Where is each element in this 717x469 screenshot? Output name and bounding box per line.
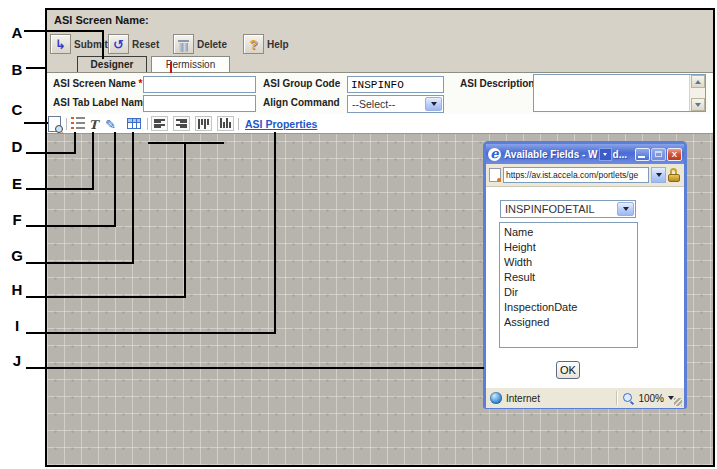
list-item[interactable]: Name bbox=[504, 225, 633, 240]
toolbar-separator bbox=[238, 118, 239, 130]
asi-properties-link[interactable]: ASI Properties bbox=[245, 118, 317, 130]
leader-line-c bbox=[24, 122, 48, 124]
zoom-level: 100% bbox=[638, 393, 664, 404]
lock-icon bbox=[668, 168, 681, 183]
annotation-label-j: J bbox=[6, 352, 28, 369]
toolbar-separator bbox=[147, 118, 148, 130]
toolbar-separator bbox=[66, 118, 67, 130]
leader-line-g bbox=[26, 262, 134, 264]
annotation-label-d: D bbox=[6, 138, 28, 155]
help-icon: ? bbox=[250, 37, 258, 52]
leader-line-b-pointer bbox=[170, 62, 172, 73]
required-asterisk: * bbox=[139, 78, 143, 89]
popup-status-bar: Internet 100% bbox=[486, 387, 684, 408]
list-item[interactable]: InspectionDate bbox=[504, 300, 633, 315]
field-source-value: INSPINFODETAIL bbox=[505, 203, 595, 215]
popup-title-suffix: d... bbox=[613, 149, 627, 160]
list-item[interactable]: Dir bbox=[504, 285, 633, 300]
submit-button[interactable]: ↳ bbox=[50, 34, 71, 54]
list-button[interactable] bbox=[71, 117, 85, 130]
leader-line-e bbox=[26, 188, 94, 190]
leader-line-i bbox=[26, 332, 276, 334]
popup-titlebar[interactable]: e Available Fields - W d... X bbox=[486, 144, 684, 164]
list-item[interactable]: Result bbox=[504, 270, 633, 285]
tab-label-name-input[interactable] bbox=[143, 95, 256, 112]
leader-line-j bbox=[26, 367, 484, 369]
zoom-icon bbox=[622, 392, 634, 404]
format-toolbar: T ✎ ASI Properties bbox=[47, 114, 713, 134]
status-divider bbox=[616, 391, 618, 405]
ie-logo-icon: e bbox=[488, 148, 501, 161]
italic-text-icon: T bbox=[89, 118, 98, 132]
app-frame: ASI Screen Name: ↳ Submit ↺ Reset Delete… bbox=[45, 8, 715, 467]
annotation-label-h: H bbox=[6, 281, 28, 298]
textarea-scrollbar[interactable] bbox=[689, 75, 705, 111]
leader-line-g-riser bbox=[132, 132, 134, 264]
italic-text-button[interactable]: T bbox=[89, 115, 98, 133]
delete-button[interactable] bbox=[173, 34, 194, 54]
annotation-label-a: A bbox=[6, 24, 28, 41]
table-button[interactable] bbox=[127, 116, 141, 129]
list-item[interactable]: Width bbox=[504, 255, 633, 270]
popup-content: INSPINFODETAIL Name Height Width Result … bbox=[486, 187, 684, 387]
annotation-label-b: B bbox=[6, 61, 28, 78]
page-icon bbox=[489, 168, 501, 182]
align-command-label: Align Command bbox=[263, 97, 340, 108]
leader-line-f bbox=[26, 225, 116, 227]
available-fields-popup: e Available Fields - W d... X https://av… bbox=[483, 141, 687, 409]
align-right-icon[interactable] bbox=[173, 116, 190, 131]
screen-name-input[interactable] bbox=[143, 76, 256, 93]
chevron-down-icon[interactable] bbox=[425, 97, 442, 111]
ok-button[interactable]: OK bbox=[556, 361, 580, 379]
leader-line-b bbox=[26, 67, 46, 69]
url-dropdown-icon[interactable] bbox=[651, 167, 666, 183]
leader-line-a-drop bbox=[102, 30, 104, 59]
help-label: Help bbox=[267, 39, 289, 50]
align-top-icon[interactable] bbox=[195, 116, 212, 131]
align-bottom-icon[interactable] bbox=[217, 116, 234, 131]
screenshot-root: A B C D E F G H I J ASI Screen Name: ↳ S… bbox=[0, 0, 717, 469]
chevron-down-icon[interactable] bbox=[617, 202, 634, 216]
field-source-select[interactable]: INSPINFODETAIL bbox=[500, 200, 636, 218]
leader-line-f-riser bbox=[114, 132, 116, 227]
description-textarea[interactable] bbox=[533, 74, 706, 112]
popup-address-bar: https://av.ist.accela.com/portlets/ge bbox=[486, 164, 684, 187]
header-section: ASI Screen Name: ↳ Submit ↺ Reset Delete… bbox=[47, 10, 713, 72]
annotation-label-c: C bbox=[6, 101, 28, 118]
preview-icon bbox=[48, 116, 61, 132]
globe-icon bbox=[490, 392, 502, 404]
minimize-button[interactable] bbox=[635, 148, 650, 161]
reset-label: Reset bbox=[132, 39, 159, 50]
align-left-icon[interactable] bbox=[151, 116, 168, 131]
tab-permission[interactable]: Permission bbox=[151, 56, 230, 72]
annotation-label-e: E bbox=[6, 175, 28, 192]
leader-line-h-riser bbox=[184, 144, 186, 298]
leader-line-e-riser bbox=[92, 132, 94, 190]
annotation-label-f: F bbox=[6, 211, 28, 228]
scroll-down-button[interactable] bbox=[691, 98, 705, 111]
group-code-label: ASI Group Code bbox=[263, 78, 340, 89]
align-command-select[interactable]: --Select-- bbox=[347, 95, 444, 113]
reset-button[interactable]: ↺ bbox=[108, 34, 129, 54]
leader-line-i-riser bbox=[274, 132, 276, 334]
edit-pencil-button[interactable]: ✎ bbox=[105, 115, 116, 133]
leader-line-d-riser bbox=[74, 132, 76, 154]
maximize-button[interactable] bbox=[651, 148, 666, 161]
preview-button[interactable] bbox=[48, 116, 61, 132]
page-title: ASI Screen Name: bbox=[54, 14, 149, 26]
resize-grip[interactable] bbox=[674, 398, 682, 406]
group-code-input[interactable] bbox=[347, 76, 444, 93]
help-button[interactable]: ? bbox=[243, 34, 264, 54]
close-icon[interactable]: X bbox=[667, 148, 682, 161]
tab-label-name-label: ASI Tab Label Name * bbox=[53, 97, 155, 108]
available-fields-list[interactable]: Name Height Width Result Dir InspectionD… bbox=[499, 222, 638, 348]
reset-icon: ↺ bbox=[113, 37, 124, 52]
scroll-up-button[interactable] bbox=[691, 75, 705, 88]
screen-name-label: ASI Screen Name * bbox=[53, 78, 143, 89]
title-dropdown-icon[interactable] bbox=[599, 148, 612, 161]
list-item[interactable]: Height bbox=[504, 240, 633, 255]
tab-designer[interactable]: Designer bbox=[77, 56, 147, 72]
annotation-label-i: I bbox=[6, 317, 28, 334]
url-field[interactable]: https://av.ist.accela.com/portlets/ge bbox=[503, 167, 649, 183]
list-item[interactable]: Assigned bbox=[504, 315, 633, 330]
